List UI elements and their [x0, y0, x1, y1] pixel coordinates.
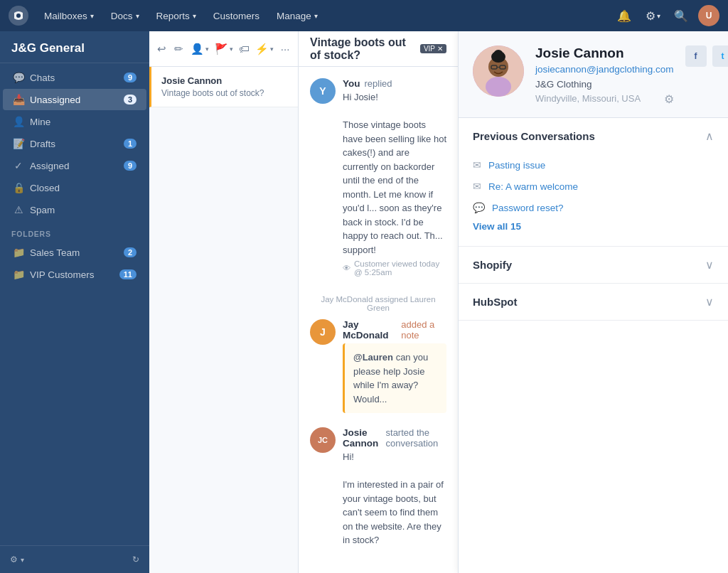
sidebar-folder-vip-customers[interactable]: 📁 VIP Customers 11: [3, 264, 146, 285]
undo-button[interactable]: ↩: [156, 39, 168, 59]
sidebar-folder-label: VIP Customers: [30, 269, 114, 280]
tag-button[interactable]: 🏷: [239, 39, 250, 59]
assigned-icon: ✓: [13, 160, 24, 171]
previous-conversations-list: ✉ Pasting issue ✉ Re: A warm welcome 💬 P…: [459, 154, 728, 246]
badge: 11: [119, 269, 136, 279]
right-panel: Josie Cannon josiecannon@jandgclothing.c…: [458, 31, 728, 573]
prev-conversation-item[interactable]: 💬 Password reset?: [473, 197, 714, 218]
folder-icon: 📁: [13, 269, 24, 280]
sidebar-item-label: Closed: [30, 183, 136, 193]
nav-manage[interactable]: Manage ▾: [269, 6, 325, 26]
customer-avatar: [473, 45, 524, 97]
eye-icon: 👁: [343, 264, 351, 272]
message-text: Hi Josie! Those vintage boots have been …: [343, 90, 446, 257]
notifications-button[interactable]: 🔔: [613, 4, 636, 27]
sidebar-bottom: ⚙ ▾ ↻: [0, 545, 149, 573]
sidebar-item-spam[interactable]: ⚠ Spam: [3, 199, 146, 220]
hubspot-section: HubSpot ∨: [459, 284, 728, 321]
twitter-button[interactable]: t: [712, 45, 728, 67]
user-avatar[interactable]: U: [698, 5, 719, 26]
customer-location: Windyville, Missouri, USA: [535, 93, 641, 104]
sidebar-folder-sales-team[interactable]: 📁 Sales Team 2: [3, 242, 146, 263]
conversation-list: ↩ ✏ 👤▾ 🚩▾ 🏷 ⚡▾ ··· Josie Cannon Vintage …: [149, 31, 299, 573]
close-icon[interactable]: ✕: [437, 45, 443, 53]
sidebar-item-drafts[interactable]: 📝 Drafts 1: [3, 133, 146, 154]
expand-icon: ∨: [705, 258, 714, 272]
mailbox-title: J&G General: [0, 31, 149, 63]
folder-icon: 📁: [13, 247, 24, 258]
badge: 3: [124, 95, 136, 105]
nav-mailboxes[interactable]: Mailboxes ▾: [37, 6, 101, 26]
sidebar-item-mine[interactable]: 👤 Mine: [3, 111, 146, 132]
shopify-header[interactable]: Shopify ∨: [459, 247, 728, 283]
nav-docs[interactable]: Docs ▾: [104, 6, 146, 26]
email-icon: ✉: [473, 159, 481, 171]
main-layout: J&G General 💬 Chats 9 📥 Unassigned 3 👤 M…: [0, 31, 728, 573]
social-links: f t 🖥: [685, 45, 728, 67]
view-all-link[interactable]: View all 15: [473, 218, 521, 237]
sidebar-item-closed[interactable]: 🔒 Closed: [3, 177, 146, 198]
conversation-title: Vintage boots out of stock?: [310, 36, 414, 62]
sidebar-item-chats[interactable]: 💬 Chats 9: [3, 67, 146, 88]
sidebar-folder-label: Sales Team: [30, 247, 118, 258]
nav-customers[interactable]: Customers: [206, 6, 267, 26]
conversation-item[interactable]: Josie Cannon Vintage boots out of stock?: [149, 67, 298, 107]
gear-icon: ⚙: [10, 555, 18, 564]
message-action: started the conversation: [386, 427, 446, 449]
sidebar-item-unassigned[interactable]: 📥 Unassigned 3: [3, 89, 146, 110]
sidebar-item-label: Chats: [30, 73, 118, 83]
sidebar-nav-section: 💬 Chats 9 📥 Unassigned 3 👤 Mine 📝 Drafts…: [0, 63, 149, 289]
nav-reports[interactable]: Reports ▾: [149, 6, 203, 26]
message-row: Y You replied Hi Josie! Those vintage bo…: [310, 78, 446, 277]
hubspot-header[interactable]: HubSpot ∨: [459, 284, 728, 320]
sidebar-item-label: Drafts: [30, 139, 118, 149]
closed-icon: 🔒: [13, 182, 24, 193]
app-logo[interactable]: [9, 6, 28, 26]
prev-conversation-item[interactable]: ✉ Pasting issue: [473, 154, 714, 176]
more-button[interactable]: ···: [279, 39, 291, 59]
sidebar-item-label: Unassigned: [30, 95, 118, 105]
label-button[interactable]: ✏: [173, 39, 185, 59]
facebook-button[interactable]: f: [685, 45, 707, 67]
unassigned-icon: 📥: [13, 94, 24, 105]
sidebar-item-label: Mine: [30, 117, 136, 127]
sidebar-settings-button[interactable]: ⚙ ▾: [6, 552, 28, 567]
settings-button[interactable]: ⚙▾: [641, 4, 664, 27]
drafts-icon: 📝: [13, 138, 24, 149]
top-nav: Mailboxes ▾ Docs ▾ Reports ▾ Customers M…: [0, 0, 728, 31]
customer-settings-button[interactable]: ⚙: [664, 92, 674, 106]
message-sender: Jay McDonald: [343, 319, 397, 341]
message-group: J Jay McDonald added a note @Lauren can …: [310, 319, 446, 416]
sidebar-item-label: Spam: [30, 205, 136, 215]
customer-name: Josie Cannon: [535, 45, 674, 61]
bolt-button[interactable]: ⚡▾: [255, 39, 274, 59]
badge: 9: [124, 161, 136, 171]
prev-conv-label: Re: A warm welcome: [488, 181, 578, 192]
message-sender: Josie Cannon: [343, 427, 382, 449]
svg-point-1: [16, 14, 21, 18]
section-title: Shopify: [473, 259, 512, 271]
assign-button[interactable]: 👤▾: [191, 39, 209, 59]
sidebar-refresh-button[interactable]: ↻: [128, 552, 144, 567]
badge: 1: [124, 139, 136, 149]
customer-email[interactable]: josiecannon@jandgclothing.com: [535, 64, 674, 75]
prev-conversation-item[interactable]: ✉ Re: A warm welcome: [473, 176, 714, 197]
flag-button[interactable]: 🚩▾: [215, 39, 233, 59]
message-text: Hi! I'm interested in a pair of your vin…: [343, 450, 446, 547]
mine-icon: 👤: [13, 116, 24, 127]
badge: 9: [124, 73, 136, 82]
customer-header: Josie Cannon josiecannon@jandgclothing.c…: [459, 31, 728, 118]
avatar: J: [310, 319, 336, 345]
chevron-down-icon: ▾: [314, 12, 318, 20]
refresh-icon: ↻: [132, 555, 139, 564]
message-group: JC Josie Cannon started the conversation…: [310, 427, 446, 550]
conversation-header: Vintage boots out of stock? VIP ✕: [299, 31, 458, 67]
customer-company: J&G Clothing: [535, 79, 674, 90]
messages-area: Y You replied Hi Josie! Those vintage bo…: [299, 67, 458, 573]
previous-conversations-header[interactable]: Previous Conversations ∧: [459, 118, 728, 154]
search-button[interactable]: 🔍: [670, 4, 692, 27]
chevron-down-icon: ▾: [193, 12, 196, 20]
spam-icon: ⚠: [13, 204, 24, 215]
message-sender: You: [343, 78, 360, 89]
sidebar-item-assigned[interactable]: ✓ Assigned 9: [3, 155, 146, 176]
